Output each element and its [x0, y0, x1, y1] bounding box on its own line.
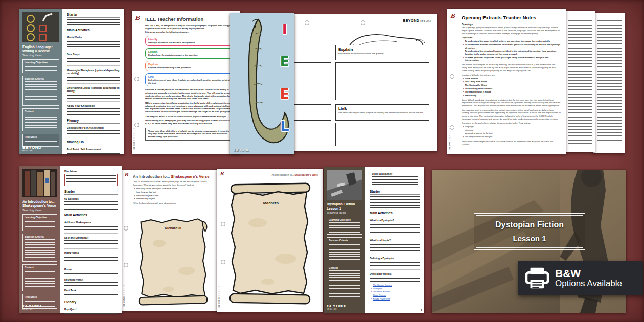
verse-ws1-intro: Look at the three verses from Shakespear…	[133, 180, 217, 186]
sidebar-section-success-criteria: Success Criteria	[22, 234, 57, 262]
objective-item: To understand the structural features ev…	[462, 50, 561, 55]
film-link[interactable]: Blade Runner	[370, 294, 420, 297]
beyond-logo: BEYONDENGLISH	[22, 145, 41, 152]
observation-bullet: whether they rhyme	[133, 197, 217, 200]
badge-text: B&W Options Available	[555, 268, 622, 289]
ieel-para3: The image of an eel is used as a visual …	[145, 115, 236, 118]
observation-bullet: how they are laid out	[133, 191, 217, 194]
paragraph-placeholder	[67, 19, 120, 25]
link-answer-box[interactable]	[335, 123, 429, 146]
ieel-explore-box: Explore Explore another meaning of the q…	[145, 61, 236, 71]
cover-lesson: Lesson 1	[513, 234, 546, 243]
order-line: In order of difficulty the extracts are:	[462, 74, 561, 77]
film-link[interactable]: Ready Player One	[370, 297, 420, 301]
binder-hole	[134, 123, 139, 127]
divider	[370, 254, 420, 254]
blank-verse-heading: Blank Verse	[64, 251, 118, 255]
paragraph-placeholder	[67, 94, 120, 99]
paragraph-placeholder	[67, 130, 120, 136]
divider	[67, 65, 120, 66]
extract-title-item: Little Women	[462, 77, 561, 80]
dystopian-worlds-heading: Dystopian Worlds	[370, 272, 420, 275]
review-teaching-ideas-doc: English Language: Writing a Review Teach…	[19, 9, 124, 154]
parchment-scroll-richard: Richard III	[136, 216, 210, 308]
binder-hole	[124, 226, 128, 231]
sixty-seconds-heading: 60 Seconds	[64, 197, 118, 200]
verse-ws2-header: An Introduction to... Shakespeare's Vers…	[272, 174, 318, 176]
observation-bullet: what their rhythm is like	[133, 194, 217, 197]
dystopia-body: Video Disclaimer Starter Main Activities…	[365, 167, 424, 313]
review-subtitle: Teaching Ideas	[22, 54, 59, 57]
main-activities-heading: Main Activities	[67, 28, 120, 33]
letter-l: L	[280, 119, 289, 133]
binder-hole	[134, 77, 139, 81]
ieel-intro: IEEL (or 'I, eel') is designed as a way …	[145, 24, 236, 30]
film-link[interactable]: The Maze Runner	[370, 290, 420, 293]
paragraph-placeholder	[64, 240, 118, 246]
promo-canvas: English Language: Writing a Review Teach…	[0, 0, 644, 322]
fast-task-heading: Fast Task	[64, 289, 118, 292]
beyond-b-logo: B	[124, 172, 128, 177]
binder-hole	[450, 125, 454, 130]
bus-stops-heading: Bus Stops	[67, 53, 120, 56]
paragraph-placeholder	[66, 175, 116, 185]
context-paragraph: You may also wish to contextualise the e…	[462, 109, 561, 121]
parchment-scroll-macbeth: Macbeth	[227, 182, 314, 307]
disclaimer-heading: Disclaimer	[64, 170, 118, 173]
ieel-teacher-info-doc: B BEYOND ENGLISH IEEL Teacher Informatio…	[132, 11, 240, 154]
ieel-para2: IEEL is progressive: identifying a quota…	[145, 102, 236, 113]
sidebar-section-context: Context	[22, 108, 59, 131]
beyond-logo: BEYONDENGLISH	[327, 304, 346, 310]
objective-item: To understand how the conventions of dif…	[462, 43, 561, 49]
scroll-label-macbeth: Macbeth	[263, 201, 279, 205]
starter-heading: Starter	[64, 190, 118, 195]
fill-line: Fill in the boxes below with your observ…	[133, 202, 217, 205]
dystopia-sidebar: Dystopian Fiction Lesson 1 Teaching Idea…	[324, 167, 365, 313]
divider	[67, 83, 120, 84]
sidebar-section-success-criteria: Success Criteria	[22, 76, 59, 106]
paragraph-placeholder	[67, 57, 120, 63]
binder-hole	[221, 260, 225, 264]
video-disclaimer-box: Video Disclaimer	[370, 171, 420, 186]
paragraph-placeholder	[25, 114, 57, 129]
apply-knowledge-heading: Apply Your Knowledge	[67, 104, 120, 107]
explain-answer-box[interactable]	[335, 62, 429, 100]
verse-worksheet-2: B BEYOND ENGLISH An Introduction to... S…	[217, 169, 323, 312]
paragraph-placeholder	[370, 243, 420, 251]
paragraph-placeholder	[329, 222, 360, 233]
closing-paragraph: These worksheets might be used in classr…	[462, 140, 561, 146]
letter-e2: E	[280, 87, 289, 101]
paragraph-placeholder	[25, 270, 55, 289]
defining-dystopia-heading: Defining a Dystopia	[370, 257, 420, 260]
focus-item: language;	[462, 125, 561, 128]
letter-i: I	[282, 22, 287, 36]
difficulty-paragraph: The stories are arranged for increasing …	[462, 63, 561, 72]
sidebar-section-learning-objective: Learning Objective	[22, 214, 57, 231]
pop-quiz-heading: Pop Quiz!	[64, 308, 118, 311]
divider	[370, 236, 420, 236]
focus-item: personal response to the text;	[462, 132, 561, 135]
ieel-intro2: It is an acronym for the following struc…	[145, 31, 236, 34]
starter-heading: Starter	[370, 190, 420, 195]
extracts-title: Opening Extracts Teacher Notes	[462, 15, 561, 20]
badge-title: B&W	[555, 268, 622, 279]
paragraph-placeholder	[25, 239, 55, 260]
paragraph-placeholder	[64, 312, 118, 314]
paragraph-placeholder	[372, 176, 418, 185]
shakespeare-title: An Introduction to... Shakespeare's Vers…	[22, 200, 57, 208]
objectives-heading: Objectives:	[462, 36, 561, 39]
sidebar-section-context: Context	[327, 265, 362, 302]
main-activities-heading: Main Activities	[370, 211, 420, 216]
disclaimer-box	[64, 174, 118, 186]
binder-hole	[361, 20, 365, 25]
letter-e1: E	[280, 55, 289, 68]
ieel-link-box: Link Link either one of your ideas (expl…	[145, 73, 236, 86]
film-link[interactable]: The Hunger Games	[370, 284, 420, 287]
film-link[interactable]: Divergent	[370, 287, 420, 290]
paragraph-placeholder	[64, 256, 118, 262]
vertical-brand: BEYOND ENGLISH	[218, 283, 220, 308]
beyond-logo: BEYONDENGLISH	[22, 304, 41, 310]
objective-item: To understand the ways in which writers …	[462, 40, 561, 43]
address-shakespeare-heading: Address Shakespeare	[64, 221, 118, 224]
shakespeare-sidebar: An Introduction to... Shakespeare's Vers…	[19, 166, 60, 313]
